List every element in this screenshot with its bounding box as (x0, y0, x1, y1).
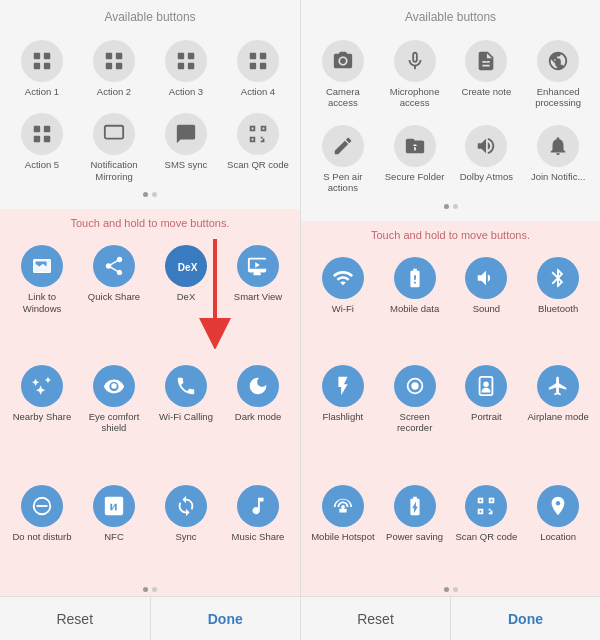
scan-qr-right-icon (465, 485, 507, 527)
list-item[interactable]: DeX DeX (152, 239, 220, 355)
camera-access-label: Camera access (311, 86, 375, 109)
list-item[interactable]: Portrait (453, 359, 521, 475)
list-item[interactable]: + Create note (453, 34, 521, 115)
list-item[interactable]: Secure Folder (381, 119, 449, 200)
flashlight-label: Flashlight (323, 411, 364, 422)
location-label: Location (540, 531, 576, 542)
wifi-calling-icon (165, 365, 207, 407)
list-item[interactable]: Notification Mirroring (80, 107, 148, 188)
svg-rect-6 (106, 63, 112, 69)
action2-label: Action 2 (97, 86, 131, 97)
svg-point-32 (484, 381, 490, 387)
sound-label: Sound (473, 303, 500, 314)
svg-text:+: + (485, 56, 489, 65)
list-item[interactable]: Link to Windows (8, 239, 76, 355)
list-item[interactable]: Quick Share (80, 239, 148, 355)
right-done-button[interactable]: Done (450, 597, 600, 640)
list-item[interactable]: Location (524, 479, 592, 583)
list-item[interactable]: Airplane mode (524, 359, 592, 475)
left-active-dots (8, 583, 292, 596)
sync-label: Sync (175, 531, 196, 542)
svg-rect-12 (250, 53, 256, 59)
svg-point-24 (111, 383, 117, 389)
link-windows-icon (21, 245, 63, 287)
list-item[interactable]: S Pen air actions (309, 119, 377, 200)
list-item[interactable]: Music Share (224, 479, 292, 583)
right-active-dots (309, 583, 592, 596)
list-item[interactable]: Microphone access (381, 34, 449, 115)
mic-access-icon (394, 40, 436, 82)
action2-icon (93, 40, 135, 82)
scan-qr-icon (237, 113, 279, 155)
list-item[interactable]: Sync (152, 479, 220, 583)
quick-share-icon (93, 245, 135, 287)
list-item[interactable]: Dolby Atmos (453, 119, 521, 200)
nfc-label: NFC (104, 531, 124, 542)
list-item[interactable]: Action 1 (8, 34, 76, 103)
list-item[interactable]: Enhanced processing (524, 34, 592, 115)
join-notif-icon (537, 125, 579, 167)
list-item[interactable]: Action 2 (80, 34, 148, 103)
list-item[interactable]: Sound (453, 251, 521, 355)
svg-rect-8 (178, 53, 184, 59)
svg-rect-9 (188, 53, 194, 59)
svg-rect-18 (34, 136, 40, 142)
list-item[interactable]: Dark mode (224, 359, 292, 475)
dot (152, 587, 157, 592)
dolby-icon (465, 125, 507, 167)
list-item[interactable]: Flashlight (309, 359, 377, 475)
list-item[interactable]: Screen recorder (381, 359, 449, 475)
right-dots (309, 200, 592, 213)
svg-rect-15 (260, 63, 266, 69)
bluetooth-label: Bluetooth (538, 303, 578, 314)
action4-icon (237, 40, 279, 82)
list-item[interactable]: Scan QR code (453, 479, 521, 583)
list-item[interactable]: Wi-Fi Calling (152, 359, 220, 475)
svg-rect-1 (44, 53, 50, 59)
eye-comfort-label: Eye comfort shield (82, 411, 146, 434)
list-item[interactable]: Power saving (381, 479, 449, 583)
right-reset-button[interactable]: Reset (301, 597, 450, 640)
right-active-title: Touch and hold to move buttons. (309, 229, 592, 241)
list-item[interactable]: Mobile Hotspot (309, 479, 377, 583)
secure-folder-icon (394, 125, 436, 167)
list-item[interactable]: Action 4 (224, 34, 292, 103)
list-item[interactable]: Nearby Share (8, 359, 76, 475)
svg-rect-13 (260, 53, 266, 59)
smart-view-label: Smart View (234, 291, 282, 302)
list-item[interactable]: Scan QR code (224, 107, 292, 188)
list-item[interactable]: Bluetooth (524, 251, 592, 355)
left-dots (8, 188, 292, 201)
list-item[interactable]: NFC (80, 479, 148, 583)
svg-rect-19 (44, 136, 50, 142)
power-saving-icon (394, 485, 436, 527)
list-item[interactable]: Wi-Fi (309, 251, 377, 355)
portrait-label: Portrait (471, 411, 502, 422)
left-done-button[interactable]: Done (150, 597, 301, 640)
flashlight-icon (322, 365, 364, 407)
right-available-grid: Camera access Microphone access + Create… (309, 34, 592, 200)
eye-comfort-icon (93, 365, 135, 407)
sms-sync-icon (165, 113, 207, 155)
list-item[interactable]: Mobile data (381, 251, 449, 355)
list-item[interactable]: Join Notific... (524, 119, 592, 200)
action3-label: Action 3 (169, 86, 203, 97)
notif-mirror-icon (93, 113, 135, 155)
list-item[interactable]: Action 3 (152, 34, 220, 103)
nfc-icon (93, 485, 135, 527)
dot (143, 587, 148, 592)
left-active-section: Touch and hold to move buttons. Link to … (0, 209, 300, 596)
smart-view-icon (237, 245, 279, 287)
svg-rect-0 (34, 53, 40, 59)
bluetooth-icon (537, 257, 579, 299)
list-item[interactable]: Action 5 (8, 107, 76, 188)
left-reset-button[interactable]: Reset (0, 597, 150, 640)
list-item[interactable]: Do not disturb (8, 479, 76, 583)
list-item[interactable]: Smart View (224, 239, 292, 355)
list-item[interactable]: SMS sync (152, 107, 220, 188)
list-item[interactable]: Eye comfort shield (80, 359, 148, 475)
list-item[interactable]: Camera access (309, 34, 377, 115)
right-available-section: Available buttons Camera access Micropho… (301, 0, 600, 221)
mic-access-label: Microphone access (383, 86, 447, 109)
left-panel: Available buttons Action 1 Action 2 Acti… (0, 0, 300, 640)
